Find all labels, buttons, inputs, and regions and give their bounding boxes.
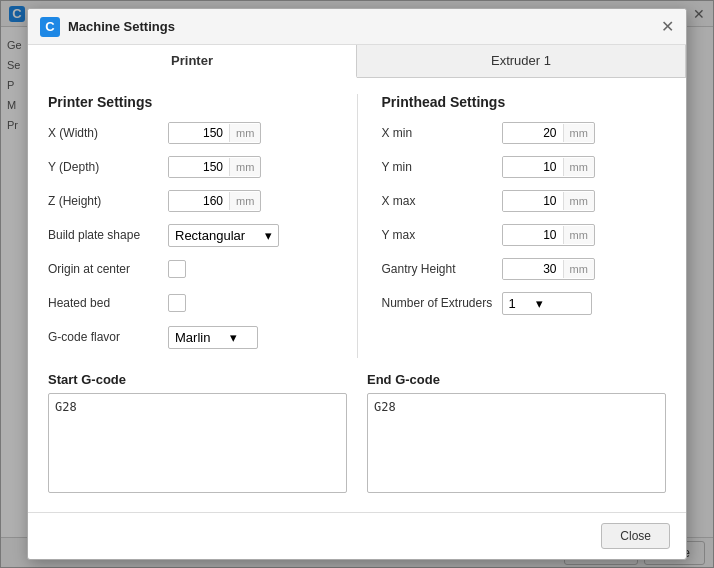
- field-row-x-min: X min mm: [382, 120, 667, 146]
- input-gantry-height[interactable]: [503, 259, 563, 279]
- field-row-y-depth: Y (Depth) mm: [48, 154, 333, 180]
- field-row-z-height: Z (Height) mm: [48, 188, 333, 214]
- input-y-min[interactable]: [503, 157, 563, 177]
- checkbox-origin-at-center[interactable]: [168, 260, 186, 278]
- field-row-build-plate-shape: Build plate shape Rectangular ▾: [48, 222, 333, 248]
- modal-close-button[interactable]: ✕: [661, 19, 674, 35]
- input-y-max[interactable]: [503, 225, 563, 245]
- select-gcode-flavor[interactable]: Marlin ▾: [168, 326, 258, 349]
- select-build-plate-shape[interactable]: Rectangular ▾: [168, 224, 279, 247]
- end-gcode-textarea[interactable]: G28: [367, 393, 666, 493]
- label-num-extruders: Number of Extruders: [382, 296, 502, 310]
- label-y-max: Y max: [382, 228, 502, 242]
- modal-footer: Close: [28, 512, 686, 559]
- field-row-num-extruders: Number of Extruders 1 ▾: [382, 290, 667, 316]
- modal-titlebar: C Machine Settings ✕: [28, 9, 686, 45]
- chevron-down-icon-extruders: ▾: [536, 296, 543, 311]
- field-row-x-width: X (Width) mm: [48, 120, 333, 146]
- input-x-max[interactable]: [503, 191, 563, 211]
- col-divider: [357, 94, 358, 358]
- modal-close-footer-button[interactable]: Close: [601, 523, 670, 549]
- gcode-section: Start G-code G28 End G-code G28: [48, 372, 666, 496]
- unit-x-width: mm: [229, 124, 260, 142]
- field-row-gcode-flavor: G-code flavor Marlin ▾: [48, 324, 333, 350]
- input-wrap-x-max: mm: [502, 190, 595, 212]
- tabs-row: Printer Extruder 1: [28, 45, 686, 78]
- input-wrap-x-min: mm: [502, 122, 595, 144]
- label-heated-bed: Heated bed: [48, 296, 168, 310]
- label-origin-at-center: Origin at center: [48, 262, 168, 276]
- settings-two-col: Printer Settings X (Width) mm Y (Depth): [48, 94, 666, 358]
- field-row-y-min: Y min mm: [382, 154, 667, 180]
- field-row-gantry-height: Gantry Height mm: [382, 256, 667, 282]
- modal-overlay: C Machine Settings ✕ Printer Extruder 1 …: [0, 0, 714, 568]
- input-wrap-gantry-height: mm: [502, 258, 595, 280]
- checkbox-heated-bed[interactable]: [168, 294, 186, 312]
- label-y-depth: Y (Depth): [48, 160, 168, 174]
- label-z-height: Z (Height): [48, 194, 168, 208]
- unit-x-min: mm: [563, 124, 594, 142]
- unit-y-depth: mm: [229, 158, 260, 176]
- unit-gantry-height: mm: [563, 260, 594, 278]
- input-x-width[interactable]: [169, 123, 229, 143]
- input-x-min[interactable]: [503, 123, 563, 143]
- input-wrap-y-depth: mm: [168, 156, 261, 178]
- label-build-plate-shape: Build plate shape: [48, 228, 168, 242]
- modal-content: Printer Settings X (Width) mm Y (Depth): [28, 78, 686, 512]
- label-x-width: X (Width): [48, 126, 168, 140]
- modal-app-icon: C: [40, 17, 60, 37]
- field-row-x-max: X max mm: [382, 188, 667, 214]
- chevron-down-icon: ▾: [265, 228, 272, 243]
- input-wrap-y-min: mm: [502, 156, 595, 178]
- input-wrap-y-max: mm: [502, 224, 595, 246]
- input-wrap-x-width: mm: [168, 122, 261, 144]
- unit-z-height: mm: [229, 192, 260, 210]
- field-row-heated-bed: Heated bed: [48, 290, 333, 316]
- unit-y-min: mm: [563, 158, 594, 176]
- label-x-max: X max: [382, 194, 502, 208]
- chevron-down-icon-gcode: ▾: [230, 330, 237, 345]
- unit-x-max: mm: [563, 192, 594, 210]
- tab-printer[interactable]: Printer: [28, 45, 357, 78]
- tab-extruder1[interactable]: Extruder 1: [357, 45, 686, 77]
- input-y-depth[interactable]: [169, 157, 229, 177]
- modal-title: Machine Settings: [68, 19, 175, 34]
- printhead-settings-col: Printhead Settings X min mm Y min: [382, 94, 667, 358]
- gcode-two-col: Start G-code G28 End G-code G28: [48, 372, 666, 496]
- label-gcode-flavor: G-code flavor: [48, 330, 168, 344]
- field-row-origin-at-center: Origin at center: [48, 256, 333, 282]
- label-y-min: Y min: [382, 160, 502, 174]
- machine-settings-modal: C Machine Settings ✕ Printer Extruder 1 …: [27, 8, 687, 560]
- end-gcode-col: End G-code G28: [367, 372, 666, 496]
- printer-settings-col: Printer Settings X (Width) mm Y (Depth): [48, 94, 333, 358]
- label-gantry-height: Gantry Height: [382, 262, 502, 276]
- label-x-min: X min: [382, 126, 502, 140]
- printhead-settings-title: Printhead Settings: [382, 94, 667, 110]
- end-gcode-label: End G-code: [367, 372, 666, 387]
- field-row-y-max: Y max mm: [382, 222, 667, 248]
- input-wrap-z-height: mm: [168, 190, 261, 212]
- select-num-extruders[interactable]: 1 ▾: [502, 292, 592, 315]
- input-z-height[interactable]: [169, 191, 229, 211]
- start-gcode-col: Start G-code G28: [48, 372, 347, 496]
- start-gcode-label: Start G-code: [48, 372, 347, 387]
- start-gcode-textarea[interactable]: G28: [48, 393, 347, 493]
- printer-settings-title: Printer Settings: [48, 94, 333, 110]
- unit-y-max: mm: [563, 226, 594, 244]
